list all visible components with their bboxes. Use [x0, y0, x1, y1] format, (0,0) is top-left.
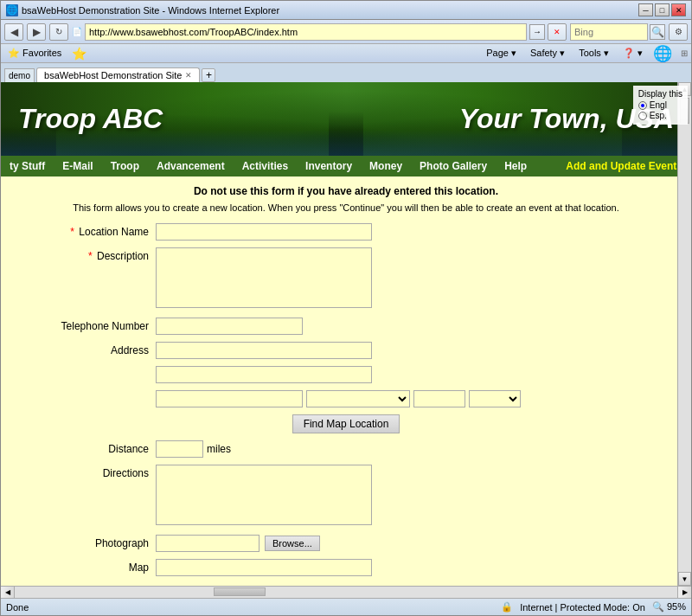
nav-item-photo-gallery[interactable]: Photo Gallery [411, 157, 496, 175]
address-row-3 [35, 390, 657, 407]
directions-textarea[interactable] [156, 465, 372, 525]
search-input[interactable] [570, 23, 648, 41]
nav-item-inventory[interactable]: Inventory [297, 157, 361, 175]
zoom-level: 🔍 95% [652, 601, 686, 613]
location-name-label: Location Name [79, 226, 149, 238]
find-map-button[interactable]: Find Map Location [292, 414, 400, 433]
directions-row: Directions [35, 465, 657, 528]
english-option[interactable]: Engl [638, 100, 682, 110]
nav-item-email[interactable]: E-Mail [54, 157, 101, 175]
map-label: Map [35, 559, 156, 574]
english-radio[interactable] [638, 101, 647, 110]
hscroll-thumb[interactable] [214, 587, 266, 596]
address-line2-input[interactable] [156, 366, 372, 383]
nav-item-advancement[interactable]: Advancement [148, 157, 234, 175]
title-bar: 🌐 bsaWebHost Demonstration Site - Window… [1, 1, 691, 20]
zip-input[interactable] [413, 390, 465, 407]
location-name-input[interactable] [156, 223, 372, 241]
security-status: Internet | Protected Mode: On [520, 602, 645, 613]
new-tab-button[interactable]: + [202, 68, 215, 82]
country-select[interactable] [469, 390, 521, 407]
location-name-row: * Location Name [35, 223, 657, 241]
nav-add-event[interactable]: Add and Update Events [557, 157, 691, 175]
required-star-desc: * [88, 250, 93, 262]
address-line1-input[interactable] [156, 342, 372, 359]
browse-button[interactable]: Browse... [265, 536, 320, 551]
nav-item-activities[interactable]: Activities [234, 157, 297, 175]
distance-row: Distance miles [35, 440, 657, 458]
lock-icon: 🔒 [501, 601, 513, 613]
back-button[interactable]: ◀ [4, 23, 23, 41]
search-button[interactable]: 🔍 [650, 24, 665, 40]
distance-input[interactable] [156, 440, 203, 458]
browser-toolbar: ◀ ▶ ↻ 📄 → ✕ 🔍 ⚙ [1, 20, 691, 44]
required-star-location: * [70, 226, 74, 238]
go-button[interactable]: → [529, 24, 545, 40]
nav-item-money[interactable]: Money [361, 157, 411, 175]
window-controls: ─ □ ✕ [638, 3, 686, 16]
horizontal-scrollbar[interactable]: ◀ ▶ [1, 586, 691, 598]
scroll-right-button[interactable]: ▶ [677, 587, 691, 598]
menu-bar: ⭐ Favorites ⭐ Page ▾ Safety ▾ Tools ▾ ❓ … [1, 44, 691, 63]
spanish-radio[interactable] [638, 112, 647, 120]
miles-label: miles [207, 443, 231, 455]
page-content: Troop ABC Your Town, USA Display this En… [1, 82, 691, 586]
safety-menu[interactable]: Safety ▾ [527, 47, 568, 60]
description-label: Description [97, 250, 149, 262]
refresh-button[interactable]: ↻ [49, 23, 68, 41]
description-textarea[interactable] [156, 247, 372, 308]
distance-label: Distance [35, 440, 156, 455]
photograph-label: Photograph [35, 535, 156, 549]
help-menu[interactable]: ❓ ▾ [619, 47, 646, 60]
stop-button[interactable]: ✕ [548, 23, 567, 41]
telephone-label: Telephone Number [35, 318, 156, 332]
status-bar: Done 🔒 Internet | Protected Mode: On 🔍 9… [1, 598, 691, 615]
find-map-row: Find Map Location [35, 414, 657, 433]
telephone-input[interactable] [156, 318, 303, 335]
map-row: Map [35, 559, 657, 576]
nav-item-troop[interactable]: Troop [102, 157, 148, 175]
maximize-button[interactable]: □ [655, 3, 670, 16]
state-select[interactable] [306, 390, 410, 407]
city-input[interactable] [156, 390, 303, 407]
info-text: This form allows you to create a new loc… [1, 202, 691, 213]
tab-close-icon[interactable]: ✕ [185, 71, 192, 80]
minimize-button[interactable]: ─ [638, 3, 653, 16]
scroll-down-button[interactable]: ▼ [678, 572, 691, 586]
warning-text: Do not use this form if you have already… [1, 185, 691, 197]
browser-window: 🌐 bsaWebHost Demonstration Site - Window… [0, 0, 692, 616]
close-button[interactable]: ✕ [671, 3, 686, 16]
site-header: Troop ABC Your Town, USA Display this En… [1, 82, 691, 156]
address-bar[interactable] [85, 23, 527, 41]
main-form-area: Do not use this form if you have already… [1, 176, 691, 586]
tools-button[interactable]: ⚙ [669, 23, 688, 41]
header-troop: Troop ABC [18, 103, 163, 135]
search-container: 🔍 [570, 23, 665, 41]
active-tab[interactable]: bsaWebHost Demonstration Site ✕ [36, 67, 200, 82]
address-row-2 [35, 366, 657, 383]
tab-label: bsaWebHost Demonstration Site [44, 70, 182, 80]
photograph-input[interactable] [156, 535, 260, 552]
form-container: * Location Name * Description [35, 223, 657, 586]
display-this-label: Display this [638, 89, 682, 99]
photograph-row: Photograph Browse... [35, 535, 657, 552]
nav-item-help[interactable]: Help [496, 157, 535, 175]
map-input[interactable] [156, 559, 372, 576]
maximize-icon: ⊞ [681, 48, 688, 58]
forward-button[interactable]: ▶ [27, 23, 46, 41]
favorites-icon: ⭐ [72, 47, 86, 61]
address-row-1: Address [35, 342, 657, 359]
telephone-row: Telephone Number [35, 318, 657, 335]
tools-menu[interactable]: Tools ▾ [575, 47, 612, 60]
scroll-left-button[interactable]: ◀ [1, 587, 15, 598]
page-menu[interactable]: Page ▾ [483, 47, 520, 60]
address-bar-container: 📄 → ✕ [72, 23, 567, 41]
nav-item-stuff[interactable]: ty Stuff [1, 157, 54, 175]
vertical-scrollbar[interactable]: ▲ ▼ [677, 82, 691, 586]
ie-icon: 🌐 [6, 4, 18, 16]
spanish-option[interactable]: Esp. [638, 111, 682, 120]
ie-logo: 🌐 [653, 44, 672, 63]
demo-tab[interactable]: demo [4, 68, 35, 82]
favorites-menu[interactable]: ⭐ Favorites [4, 47, 65, 60]
language-selector: Display this Engl Esp. [633, 86, 688, 125]
